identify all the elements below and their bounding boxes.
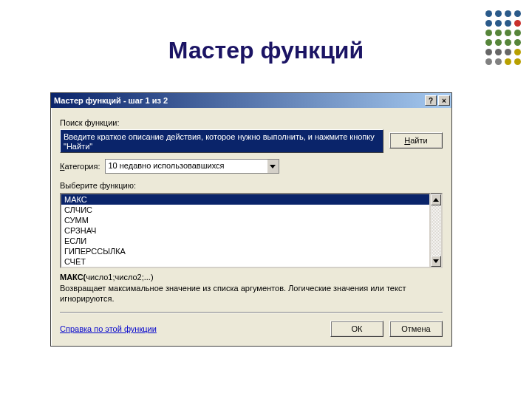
help-link[interactable]: Справка по этой функции [60, 324, 324, 333]
function-signature: МАКС(число1;число2;...) [60, 273, 443, 282]
category-label: Категория: [60, 162, 100, 171]
list-item[interactable]: МАКС [61, 194, 429, 205]
list-item[interactable]: ЕСЛИ [61, 236, 429, 246]
function-wizard-dialog: Мастер функций - шаг 1 из 2 ? × Поиск фу… [50, 92, 452, 347]
search-input[interactable]: Введите краткое описание действия, котор… [60, 129, 383, 153]
scroll-down-button[interactable] [431, 256, 441, 267]
decorative-dots [485, 10, 522, 66]
chevron-down-icon [270, 165, 276, 168]
close-icon: × [442, 97, 446, 105]
find-button[interactable]: Найти [389, 132, 443, 149]
titlebar: Мастер функций - шаг 1 из 2 ? × [51, 93, 451, 108]
dialog-title: Мастер функций - шаг 1 из 2 [54, 96, 423, 105]
scroll-track[interactable] [431, 205, 441, 256]
ok-button[interactable]: ОК [330, 321, 383, 337]
select-function-label: Выберите функцию: [60, 181, 443, 190]
help-icon: ? [429, 97, 433, 105]
list-item[interactable]: СРЗНАЧ [61, 225, 429, 236]
cancel-button[interactable]: Отмена [389, 321, 443, 337]
category-select[interactable]: 10 недавно использовавшихся [105, 159, 279, 174]
list-item[interactable]: СУММ [61, 215, 429, 225]
help-button[interactable]: ? [425, 95, 437, 106]
category-value: 10 недавно использовавшихся [106, 160, 267, 173]
function-listbox[interactable]: МАКССЛЧИССУММСРЗНАЧЕСЛИГИПЕРССЫЛКАСЧЁТ [60, 193, 431, 268]
slide-title: Мастер функций [0, 37, 532, 64]
close-button[interactable]: × [438, 95, 450, 106]
find-btn-rest: айти [410, 136, 427, 145]
chevron-up-icon [433, 198, 439, 202]
scrollbar[interactable] [431, 193, 443, 268]
function-description: Возвращает максимальное значение из спис… [60, 283, 443, 304]
dropdown-button[interactable] [267, 160, 279, 173]
list-item[interactable]: СЛЧИС [61, 205, 429, 215]
chevron-down-icon [433, 259, 439, 263]
search-label: Поиск функции: [60, 118, 443, 127]
list-item[interactable]: ГИПЕРССЫЛКА [61, 246, 429, 256]
list-item[interactable]: СЧЁТ [61, 256, 429, 267]
scroll-up-button[interactable] [431, 194, 441, 205]
